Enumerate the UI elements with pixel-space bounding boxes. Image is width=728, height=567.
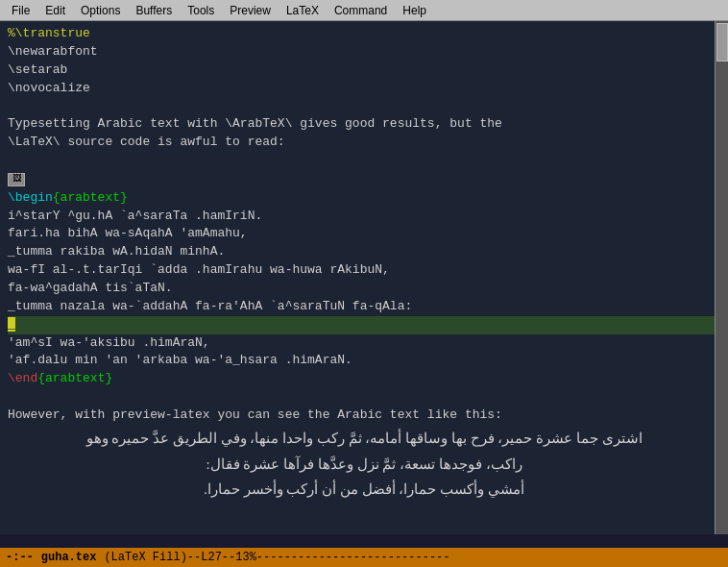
status-filename: guha.tex: [41, 551, 97, 564]
editor-line: _tumma rakiba wA.hidaN minhA.: [8, 243, 720, 261]
editor-line: \LaTeX\ source code is awful to read:: [8, 134, 720, 152]
scrollbar[interactable]: [715, 21, 728, 534]
editor-line: [8, 97, 720, 115]
editor-line: fa-wa^gadahA tis`aTaN.: [8, 280, 720, 298]
editor[interactable]: %\transtrue \newarabfont \setarab \novoc…: [0, 21, 728, 534]
editor-line: %\transtrue: [8, 25, 720, 43]
status-mode: (LaTeX Fill)--L27--13%: [104, 551, 255, 564]
status-mode-indicator: -:--: [6, 551, 34, 564]
editor-line: 'am^sI wa-'aksibu .himAraN,: [8, 334, 720, 353]
statusbar: -:-- guha.tex (LaTeX Fill)--L27--13% ---…: [0, 548, 728, 567]
status-filler: ----------------------------: [256, 551, 722, 564]
cursor-line: _: [8, 316, 720, 334]
menu-edit[interactable]: Edit: [37, 2, 73, 19]
editor-line: \novocalize: [8, 80, 720, 98]
arabic-text-line-1: اشترى جما عشرة حمير، فرح بها وساقها أمام…: [8, 425, 720, 454]
arabic-text-line-2: راكب، فوجدها تسعة، ثمَّ نزل وعدَّها فرآه…: [8, 453, 720, 478]
menu-buffers[interactable]: Buffers: [128, 2, 180, 19]
menu-preview[interactable]: Preview: [222, 2, 279, 19]
menu-help[interactable]: Help: [395, 2, 434, 19]
menu-file[interactable]: File: [4, 2, 37, 19]
scroll-thumb[interactable]: [716, 23, 728, 62]
menu-latex[interactable]: LaTeX: [279, 2, 327, 19]
arabtext-end: \end{arabtext}: [8, 370, 720, 388]
editor-line: [8, 152, 720, 170]
editor-line: Typesetting Arabic text with \ArabTeX\ g…: [8, 115, 720, 134]
editor-line: \setarab: [8, 62, 720, 80]
editor-line: However, with preview-latex you can see …: [8, 407, 720, 425]
editor-line: i^starY ^gu.hA `a^saraTa .hamIriN.: [8, 208, 720, 226]
menu-tools[interactable]: Tools: [180, 2, 222, 19]
preview-icon: 🖼: [8, 173, 25, 186]
menu-command[interactable]: Command: [327, 2, 395, 19]
editor-line: _tumma nazala wa-`addahA fa-ra'AhA `a^sa…: [8, 298, 720, 316]
editor-line: [8, 388, 720, 407]
editor-line: fari.ha bihA wa-sAqahA 'amAmahu,: [8, 225, 720, 243]
arabic-text-line-3: أمشي وأكسب حمارا، أفضل من أن أركب وأخسر …: [8, 478, 720, 503]
icon-line: 🖼: [8, 170, 720, 189]
editor-line: wa-fI al-.t.tarIqi `adda .hamIrahu wa-hu…: [8, 261, 720, 280]
arabtext-begin: \begin{arabtext}: [8, 189, 720, 208]
editor-line: 'af.dalu min 'an 'arkaba wa-'a_hsara .hi…: [8, 352, 720, 370]
menu-options[interactable]: Options: [73, 2, 128, 19]
menubar: File Edit Options Buffers Tools Preview …: [0, 0, 728, 21]
editor-line: \newarabfont: [8, 43, 720, 62]
